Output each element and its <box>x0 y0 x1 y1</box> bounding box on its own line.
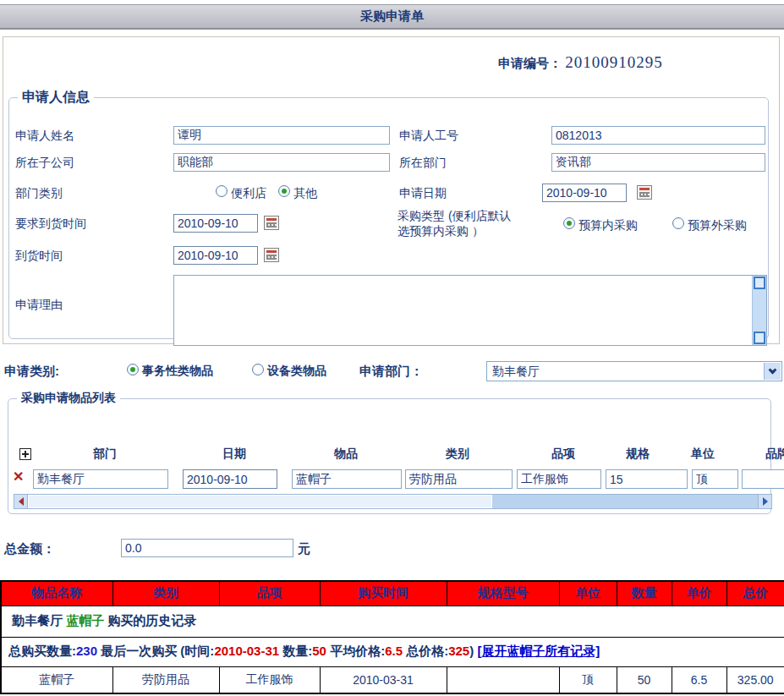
expand-all-records-link[interactable]: [展开蓝帽子所有记录] <box>477 644 600 658</box>
item-list-hscrollbar[interactable] <box>14 494 772 509</box>
item-spec-input[interactable] <box>606 469 688 489</box>
apply-dept-select[interactable]: 勤丰餐厅 <box>486 361 782 381</box>
delete-row-icon[interactable]: ✕ <box>13 470 24 484</box>
reason-label: 申请理由 <box>15 298 63 313</box>
item-unit-input[interactable] <box>692 469 738 489</box>
subsidiary-input[interactable] <box>173 153 390 172</box>
dept-type-option-store[interactable]: 便利店 <box>231 186 266 201</box>
hist-col-unit: 单位 <box>559 581 617 606</box>
department-label: 所在部门 <box>399 156 447 171</box>
calendar-icon[interactable] <box>264 216 279 230</box>
apply-category-option-consumable[interactable]: 事务性类物品 <box>142 364 213 379</box>
history-header-row: 物品名称 类别 品项 购买时间 规格型号 单位 数量 单价 总价 <box>1 581 784 606</box>
summary-qty-label: 总购买数量: <box>8 644 76 658</box>
hist-cell-unit: 顶 <box>559 666 617 693</box>
item-list-legend: 采购申请物品列表 <box>17 391 120 406</box>
history-table: 物品名称 类别 品项 购买时间 规格型号 单位 数量 单价 总价 勤丰餐厅 蓝帽… <box>0 580 784 694</box>
dept-type-radio-store[interactable] <box>216 185 228 197</box>
hist-cell-item-name: 蓝帽子 <box>1 666 112 693</box>
history-summary-row: 总购买数量:230 最后一次购买 (时间:2010-03-31 数量:50 平均… <box>1 637 784 666</box>
item-type-input[interactable] <box>517 469 601 489</box>
column-header-unit: 单位 <box>691 447 715 462</box>
apply-category-radio-consumable[interactable] <box>127 364 139 375</box>
dept-type-radio-other[interactable] <box>278 185 290 197</box>
purchase-type-radio-in-budget[interactable] <box>563 217 575 229</box>
hist-col-type: 品项 <box>219 581 320 606</box>
purchase-type-option-out-budget[interactable]: 预算外采购 <box>688 218 747 233</box>
add-row-icon[interactable] <box>19 448 31 460</box>
dept-type-label: 部门类别 <box>15 186 63 201</box>
reason-scrollbar[interactable] <box>752 276 766 345</box>
applicant-panel: 申请编号： 20100910295 申请人信息 申请人姓名 申请人工号 所在子公… <box>3 36 780 344</box>
scroll-down-icon[interactable] <box>754 332 765 344</box>
purchase-type-label: 采购类型 (便利店默认选预算内采购 ） <box>397 208 543 238</box>
item-brand-input[interactable] <box>742 469 784 489</box>
emp-no-input[interactable] <box>551 126 765 145</box>
item-date-input[interactable] <box>183 469 277 489</box>
applicant-fieldset: 申请人信息 申请人姓名 申请人工号 所在子公司 所在部门 部门类别 便利店 其他… <box>8 89 769 339</box>
history-title-row: 勤丰餐厅 蓝帽子 购买的历史记录 <box>1 606 784 637</box>
reason-textarea[interactable] <box>173 275 767 346</box>
item-category-input[interactable] <box>405 469 513 489</box>
hist-cell-buy-time: 2010-03-31 <box>320 666 447 693</box>
required-date-label: 要求到货时间 <box>15 216 86 232</box>
apply-date-input[interactable] <box>542 184 627 202</box>
summary-total-label: 总价格: <box>406 644 448 658</box>
history-title-dept: 勤丰餐厅 <box>12 613 63 627</box>
summary-avg-label: 平均价格: <box>330 644 385 658</box>
request-number-value: 20100910295 <box>565 53 663 71</box>
column-header-brand: 品牌 <box>765 447 784 462</box>
summary-qty-value: 230 <box>76 644 97 658</box>
apply-category-option-equipment[interactable]: 设备类物品 <box>267 364 326 379</box>
purchase-type-option-in-budget[interactable]: 预算内采购 <box>578 218 638 233</box>
apply-category-radio-equipment[interactable] <box>252 364 264 375</box>
summary-avg-value: 6.5 <box>385 644 403 658</box>
required-date-input[interactable] <box>173 214 258 233</box>
scroll-up-icon[interactable] <box>754 277 765 289</box>
dept-type-option-other[interactable]: 其他 <box>293 186 317 201</box>
column-header-item: 物品 <box>334 447 358 462</box>
name-input[interactable] <box>173 126 390 145</box>
column-header-spec: 规格 <box>626 447 650 462</box>
calendar-icon[interactable] <box>264 248 279 262</box>
apply-category-label: 申请类别: <box>4 364 59 380</box>
column-header-type: 品项 <box>551 447 575 462</box>
hist-col-price: 单价 <box>672 581 726 606</box>
scroll-right-icon[interactable] <box>758 495 771 508</box>
hist-cell-category: 劳防用品 <box>112 666 219 693</box>
dropdown-arrow-button[interactable] <box>764 363 781 380</box>
history-title-suffix: 购买的历史记录 <box>107 613 196 627</box>
purchase-type-label-line1: 采购类型 (便利店默认 <box>397 209 512 222</box>
request-number-label: 申请编号： <box>498 56 562 70</box>
purchase-type-radio-out-budget[interactable] <box>672 217 684 229</box>
hscroll-thumb[interactable] <box>28 495 492 508</box>
item-list-fieldset: 采购申请物品列表 部门 日期 物品 类别 品项 规格 单位 品牌 ✕ <box>8 391 771 514</box>
column-header-dept: 部门 <box>93 447 117 462</box>
history-title-item: 蓝帽子 <box>66 613 104 627</box>
summary-total-value: 325 <box>448 644 469 658</box>
scroll-left-icon[interactable] <box>14 495 28 508</box>
apply-date-label: 申请日期 <box>399 186 447 201</box>
item-name-input[interactable] <box>292 469 402 489</box>
item-dept-input[interactable] <box>33 469 168 489</box>
hist-cell-qty: 50 <box>617 666 672 693</box>
hist-col-total: 总价 <box>726 581 784 606</box>
total-amount-input[interactable] <box>121 539 293 557</box>
arrival-date-input[interactable] <box>173 246 258 265</box>
title-bar: 采购申请单 <box>0 4 784 30</box>
apply-dept-selected-value: 勤丰餐厅 <box>492 364 540 380</box>
summary-count-label: 数量: <box>282 644 312 658</box>
calendar-icon[interactable] <box>637 185 652 200</box>
arrival-date-label: 到货时间 <box>15 249 63 264</box>
subsidiary-label: 所在子公司 <box>15 156 74 171</box>
request-number: 申请编号： 20100910295 <box>498 53 663 72</box>
page-title: 采购申请单 <box>360 8 424 25</box>
name-label: 申请人姓名 <box>15 129 74 144</box>
total-amount-label: 总金额： <box>4 541 55 557</box>
summary-last-label: 最后一次购买 (时间: <box>101 644 214 658</box>
hist-cell-type: 工作服饰 <box>219 666 320 693</box>
hist-cell-total: 325.00 <box>726 666 784 693</box>
department-input[interactable] <box>551 153 765 172</box>
summary-close-paren: ) <box>469 644 474 658</box>
hist-col-qty: 数量 <box>617 581 672 606</box>
